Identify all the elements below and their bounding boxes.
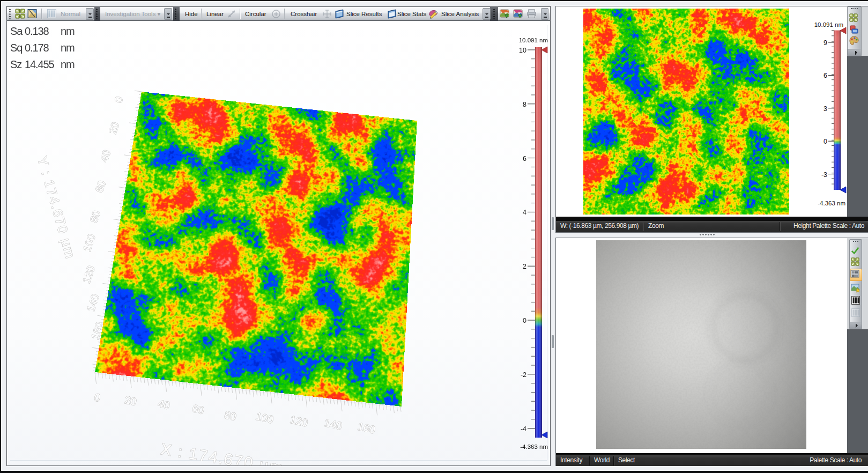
svg-text:20: 20 [123,394,138,408]
svg-text:80: 80 [223,409,238,423]
svg-text:120: 120 [289,413,309,429]
svg-text:100: 100 [255,410,275,426]
svg-text:3: 3 [824,105,827,113]
svg-text:60: 60 [93,179,108,194]
svg-text:160: 160 [357,420,376,436]
svg-text:10.091 nm: 10.091 nm [519,37,548,43]
svg-text:160: 160 [89,321,106,342]
svg-text:Y : 174.670 µm: Y : 174.670 µm [35,155,78,261]
svg-text:-2: -2 [521,371,526,379]
svg-text:0: 0 [93,391,102,404]
svg-text:-4: -4 [521,425,526,433]
svg-text:20: 20 [106,121,121,136]
svg-text:60: 60 [191,402,205,416]
svg-text:4: 4 [523,209,526,216]
svg-text:100: 100 [81,233,98,254]
svg-text:10: 10 [519,47,526,54]
svg-text:40: 40 [157,397,171,411]
svg-text:140: 140 [323,417,343,432]
svg-text:-3: -3 [821,171,827,179]
svg-text:140: 140 [85,293,101,314]
svg-text:10.091 nm: 10.091 nm [814,21,843,28]
svg-text:2: 2 [523,263,526,270]
svg-text:-4.363 nm: -4.363 nm [520,444,548,450]
svg-text:9: 9 [824,39,827,47]
svg-text:40: 40 [98,149,113,164]
svg-text:0: 0 [112,95,125,104]
svg-text:8: 8 [523,101,526,108]
svg-text:80: 80 [87,209,102,224]
svg-text:-4.363 nm: -4.363 nm [818,200,845,206]
svg-text:120: 120 [80,264,97,285]
svg-text:6: 6 [824,72,827,79]
svg-text:0: 0 [523,317,526,324]
svg-text:X : 174.670 µm: X : 174.670 µm [159,440,285,465]
svg-text:0: 0 [824,138,827,145]
svg-text:6: 6 [523,155,526,162]
